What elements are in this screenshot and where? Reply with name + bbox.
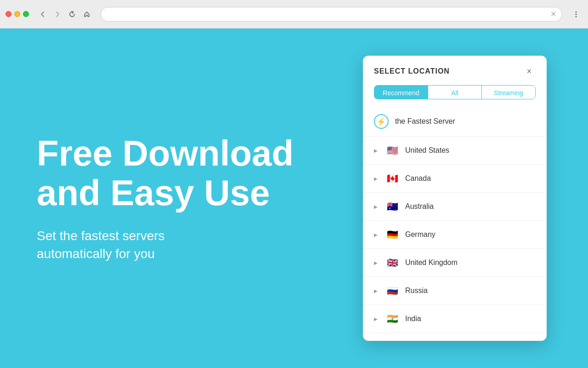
home-icon	[84, 11, 90, 17]
list-item[interactable]: ▶ 🇦🇺 Australia	[363, 193, 547, 221]
modal-title: SELECT LOCATION	[374, 67, 450, 75]
list-item[interactable]: ▶ 🇷🇺 Russia	[363, 277, 547, 305]
chevron-icon: ▶	[374, 232, 379, 237]
minimize-traffic-light[interactable]	[14, 11, 20, 17]
svg-point-1	[576, 13, 577, 15]
address-bar-actions: ✕	[550, 10, 556, 18]
chevron-icon: ▶	[374, 148, 379, 153]
back-icon	[40, 11, 46, 17]
reload-button[interactable]	[66, 8, 79, 21]
fastest-server-item[interactable]: ⚡ the Fastest Server	[363, 107, 547, 137]
flag-nl: 🇳🇱	[385, 339, 400, 341]
address-bar-container: ✕	[101, 7, 562, 22]
home-button[interactable]	[80, 8, 93, 21]
chevron-icon: ▶	[374, 204, 379, 209]
svg-point-2	[576, 16, 577, 17]
close-traffic-light[interactable]	[6, 11, 11, 17]
chevron-icon: ▶	[374, 316, 379, 322]
traffic-lights	[6, 11, 29, 17]
lightning-icon: ⚡	[374, 114, 389, 129]
tab-all[interactable]: All	[428, 86, 482, 99]
location-name: Australia	[405, 202, 434, 211]
location-name: United States	[405, 146, 449, 155]
address-bar-input[interactable]	[107, 11, 550, 17]
chevron-icon: ▶	[374, 260, 379, 265]
list-item[interactable]: ▶ 🇮🇳 India	[363, 305, 547, 333]
list-item[interactable]: ▶ 🇬🇧 United Kingdom	[363, 249, 547, 277]
location-modal: SELECT LOCATION × Recommend All Streamin…	[363, 56, 547, 341]
list-item[interactable]: ▶ 🇳🇱 Netherlands	[363, 333, 547, 341]
clear-icon[interactable]: ✕	[550, 10, 556, 18]
maximize-traffic-light[interactable]	[23, 11, 29, 17]
forward-icon	[54, 11, 61, 17]
list-item[interactable]: ▶ 🇺🇸 United States	[363, 137, 547, 165]
tab-streaming[interactable]: Streaming	[482, 86, 535, 99]
flag-us: 🇺🇸	[385, 143, 400, 158]
flag-ru: 🇷🇺	[385, 283, 400, 298]
modal-close-button[interactable]: ×	[523, 65, 536, 78]
location-name: United Kingdom	[405, 259, 458, 267]
modal-header: SELECT LOCATION ×	[363, 56, 547, 85]
flag-in: 🇮🇳	[385, 311, 400, 326]
location-name: Canada	[405, 174, 431, 183]
reload-icon	[69, 11, 75, 17]
chevron-icon: ▶	[374, 176, 379, 181]
flag-au: 🇦🇺	[385, 199, 400, 214]
more-options-button[interactable]	[570, 8, 582, 21]
location-name: Germany	[405, 230, 435, 239]
main-content: Free Download and Easy Use Set the faste…	[0, 29, 588, 368]
tab-recommend[interactable]: Recommend	[374, 86, 428, 99]
svg-point-0	[576, 11, 577, 12]
flag-de: 🇩🇪	[385, 227, 400, 242]
back-button[interactable]	[36, 8, 49, 21]
fastest-server-label: the Fastest Server	[395, 117, 455, 126]
flag-ca: 🇨🇦	[385, 171, 400, 186]
location-tabs: Recommend All Streaming	[374, 85, 536, 99]
list-item[interactable]: ▶ 🇩🇪 Germany	[363, 221, 547, 249]
forward-button[interactable]	[51, 8, 64, 21]
more-options-icon	[572, 11, 580, 18]
location-list: ⚡ the Fastest Server ▶ 🇺🇸 United States …	[363, 107, 547, 341]
list-item[interactable]: ▶ 🇨🇦 Canada	[363, 165, 547, 193]
location-name: India	[405, 315, 421, 323]
chevron-icon: ▶	[374, 288, 379, 293]
nav-buttons	[36, 8, 93, 21]
flag-gb: 🇬🇧	[385, 255, 400, 270]
location-name: Russia	[405, 287, 428, 295]
browser-chrome: ✕	[0, 0, 588, 29]
modal-overlay: SELECT LOCATION × Recommend All Streamin…	[0, 29, 588, 368]
